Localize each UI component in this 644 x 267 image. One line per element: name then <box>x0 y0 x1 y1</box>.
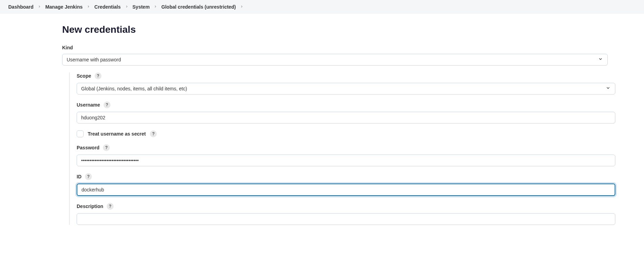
help-icon[interactable]: ? <box>150 130 157 137</box>
password-label: Password <box>77 145 99 150</box>
help-icon[interactable]: ? <box>85 173 92 180</box>
help-icon[interactable]: ? <box>103 144 110 151</box>
username-label: Username <box>77 102 100 108</box>
scope-label: Scope <box>77 73 91 79</box>
help-icon[interactable]: ? <box>107 203 114 210</box>
page-title: New credentials <box>62 24 622 35</box>
scope-select[interactable]: Global (Jenkins, nodes, items, all child… <box>77 83 615 95</box>
nested-section: Scope ? Global (Jenkins, nodes, items, a… <box>69 72 622 225</box>
kind-group: Kind Username with password <box>62 45 608 66</box>
kind-select[interactable]: Username with password <box>62 54 608 66</box>
chevron-right-icon <box>240 4 243 9</box>
id-input[interactable] <box>77 184 615 196</box>
description-input[interactable] <box>77 213 615 225</box>
chevron-right-icon <box>154 4 157 9</box>
treat-secret-group: Treat username as secret ? <box>77 130 622 137</box>
password-input[interactable] <box>77 155 615 166</box>
breadcrumb-dashboard[interactable]: Dashboard <box>8 4 33 10</box>
help-icon[interactable]: ? <box>104 101 110 108</box>
breadcrumb-system[interactable]: System <box>133 4 150 10</box>
scope-group: Scope ? Global (Jenkins, nodes, items, a… <box>77 72 615 95</box>
id-group: ID ? <box>77 173 615 196</box>
chevron-right-icon <box>87 4 90 9</box>
username-group: Username ? <box>77 101 615 123</box>
description-label: Description <box>77 204 103 209</box>
chevron-right-icon <box>125 4 128 9</box>
scope-select-wrapper: Global (Jenkins, nodes, items, all child… <box>77 83 615 95</box>
chevron-right-icon <box>38 4 41 9</box>
password-group: Password ? <box>77 144 615 166</box>
breadcrumb-manage-jenkins[interactable]: Manage Jenkins <box>45 4 83 10</box>
kind-select-wrapper: Username with password <box>62 54 608 66</box>
kind-label: Kind <box>62 45 608 50</box>
username-input[interactable] <box>77 112 615 123</box>
breadcrumb-credentials[interactable]: Credentials <box>94 4 121 10</box>
description-group: Description ? <box>77 203 615 225</box>
breadcrumb-global-credentials[interactable]: Global credentials (unrestricted) <box>161 4 236 10</box>
id-label: ID <box>77 174 81 179</box>
content-area: New credentials Kind Username with passw… <box>0 14 622 242</box>
treat-secret-checkbox[interactable] <box>77 130 84 137</box>
breadcrumb-bar: Dashboard Manage Jenkins Credentials Sys… <box>0 0 644 14</box>
treat-secret-label: Treat username as secret <box>88 131 146 137</box>
help-icon[interactable]: ? <box>95 72 102 79</box>
